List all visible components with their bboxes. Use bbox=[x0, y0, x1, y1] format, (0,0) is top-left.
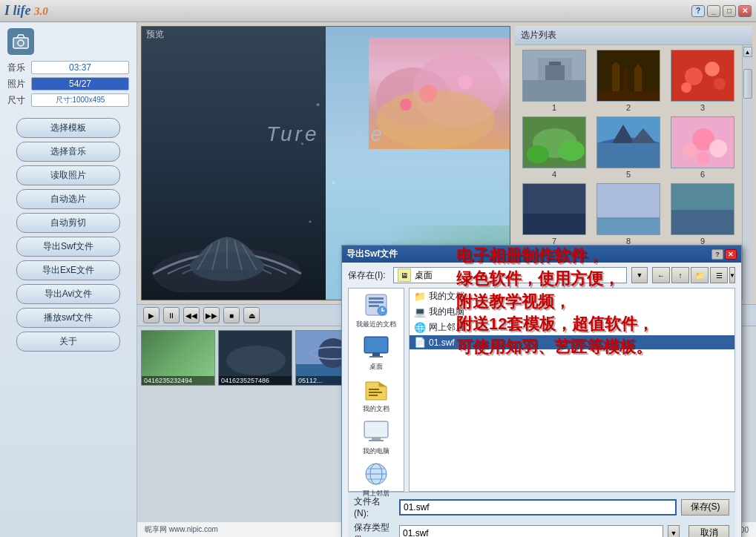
my-computer-icon bbox=[363, 418, 389, 445]
recent-docs-label: 我最近的文档 bbox=[356, 320, 396, 329]
svg-point-52 bbox=[226, 346, 286, 375]
rewind-button[interactable]: ◀◀ bbox=[183, 307, 200, 323]
pause-button[interactable]: ⏸ bbox=[163, 307, 180, 323]
svg-rect-80 bbox=[369, 440, 384, 441]
minimize-button[interactable]: _ bbox=[707, 5, 720, 17]
about-button[interactable]: 关于 bbox=[16, 332, 120, 352]
svg-rect-0 bbox=[13, 38, 28, 48]
dialog-body: 保存在(I): 🖥 桌面 ▼ ← ↑ 📁 ☰ ▼ bbox=[342, 263, 741, 537]
dialog-toolbar: ← ↑ 📁 ☰ ▼ bbox=[652, 267, 735, 283]
path-dropdown-button[interactable]: ▼ bbox=[631, 267, 648, 283]
maximize-button[interactable]: □ bbox=[723, 5, 736, 17]
photo-num-5: 5 bbox=[626, 170, 631, 179]
svg-rect-66 bbox=[369, 297, 384, 300]
eject-button[interactable]: ⏏ bbox=[243, 307, 260, 323]
list-item[interactable]: 🌐 网上邻居 bbox=[410, 320, 734, 335]
forward-button[interactable]: ▶▶ bbox=[203, 307, 220, 323]
scrollbar-thumb[interactable] bbox=[743, 69, 752, 99]
list-item[interactable]: 1 bbox=[519, 50, 589, 112]
list-item[interactable]: 💻 我的电脑 bbox=[410, 304, 734, 320]
auto-select-button[interactable]: 自动选片 bbox=[16, 189, 120, 209]
tree-item-label: 网上邻居 bbox=[429, 321, 464, 334]
auto-cut-button[interactable]: 自动剪切 bbox=[16, 213, 120, 233]
list-item[interactable]: 📁 我的文档 bbox=[410, 289, 734, 304]
list-item[interactable]: 0416235257486 bbox=[218, 330, 292, 386]
svg-point-28 bbox=[705, 62, 720, 76]
svg-point-30 bbox=[681, 82, 691, 93]
list-item[interactable]: 3 bbox=[668, 50, 737, 112]
svg-point-6 bbox=[458, 75, 473, 90]
photo-thumb-4 bbox=[522, 116, 586, 168]
svg-rect-72 bbox=[372, 353, 380, 356]
tree-item-label: 我的文档 bbox=[429, 290, 464, 303]
swf-file-icon: 📄 bbox=[414, 337, 426, 348]
photo-num-4: 4 bbox=[552, 170, 556, 179]
svg-rect-50 bbox=[671, 184, 734, 210]
file-entry[interactable]: 📄 01.swf bbox=[410, 335, 734, 349]
recent-docs-icon bbox=[363, 291, 389, 318]
view-button[interactable]: ☰ bbox=[710, 267, 728, 283]
play-swf-button[interactable]: 播放swf文件 bbox=[16, 308, 120, 328]
export-swf-button[interactable]: 导出Swf文件 bbox=[16, 237, 120, 257]
list-item[interactable]: 5 bbox=[594, 116, 663, 179]
file-pane: 我最近的文档 桌面 bbox=[348, 288, 735, 492]
export-exe-button[interactable]: 导出ExE文件 bbox=[16, 260, 120, 280]
desktop-shortcut[interactable]: 桌面 bbox=[363, 334, 389, 372]
stop-button[interactable]: ■ bbox=[223, 307, 240, 323]
photo-num-2: 2 bbox=[626, 103, 631, 112]
my-computer-shortcut[interactable]: 我的电脑 bbox=[363, 418, 389, 456]
my-docs-icon bbox=[363, 376, 389, 403]
desktop-icon bbox=[363, 334, 389, 360]
list-item[interactable]: 0416235232494 bbox=[141, 330, 215, 386]
photo-num-6: 6 bbox=[700, 170, 705, 179]
svg-rect-68 bbox=[369, 305, 379, 307]
network-shortcut[interactable]: 网上邻居 bbox=[363, 461, 389, 498]
play-button[interactable]: ▶ bbox=[143, 307, 160, 323]
music-value: 03:37 bbox=[31, 61, 129, 74]
svg-rect-71 bbox=[365, 337, 387, 352]
dialog-help-button[interactable]: ? bbox=[711, 249, 723, 260]
recent-docs-shortcut[interactable]: 我最近的文档 bbox=[356, 291, 396, 329]
svg-point-43 bbox=[697, 152, 709, 164]
scroll-up-button[interactable]: ▲ bbox=[743, 47, 752, 57]
cancel-button[interactable]: 取消 bbox=[688, 525, 729, 538]
title-bar: I life 3.0 ? _ □ ✕ bbox=[0, 0, 756, 22]
export-avi-button[interactable]: 导出Avi文件 bbox=[16, 284, 120, 304]
svg-rect-74 bbox=[369, 389, 379, 390]
choose-template-button[interactable]: 选择模板 bbox=[16, 118, 120, 138]
filetype-dropdown-button[interactable]: ▼ bbox=[668, 525, 680, 538]
list-item[interactable]: 7 bbox=[519, 183, 589, 246]
filetype-select[interactable]: 01.swf bbox=[399, 525, 663, 538]
close-button[interactable]: ✕ bbox=[738, 5, 752, 17]
save-button[interactable]: 保存(S) bbox=[681, 499, 729, 515]
photo-list-scrollbar[interactable]: ▲ bbox=[742, 45, 752, 300]
my-docs-shortcut[interactable]: 我的文档 bbox=[363, 376, 389, 414]
size-row: 尺寸 尺寸:1000x495 bbox=[7, 93, 129, 107]
export-swf-dialog: 导出Swf文件 ? ✕ 保存在(I): 🖥 桌面 ▼ ← ↑ 📁 ☰ bbox=[341, 245, 742, 537]
photo-num-3: 3 bbox=[700, 103, 705, 112]
back-button[interactable]: ← bbox=[652, 267, 670, 283]
dialog-close-button[interactable]: ✕ bbox=[725, 249, 737, 260]
filename-input[interactable] bbox=[399, 499, 677, 515]
photo-thumb-5 bbox=[596, 116, 660, 168]
list-item[interactable]: 6 bbox=[668, 116, 737, 179]
choose-music-button[interactable]: 选择音乐 bbox=[16, 142, 120, 162]
photo-row: 照片 54/27 bbox=[7, 77, 129, 90]
svg-rect-67 bbox=[369, 301, 384, 303]
svg-rect-75 bbox=[369, 392, 382, 393]
photo-value: 54/27 bbox=[31, 77, 129, 90]
list-item[interactable]: 4 bbox=[519, 116, 589, 179]
list-item[interactable]: 2 bbox=[594, 50, 663, 112]
new-folder-button[interactable]: 📁 bbox=[691, 267, 709, 283]
save-path-box[interactable]: 🖥 桌面 bbox=[393, 267, 627, 283]
help-button[interactable]: ? bbox=[691, 5, 705, 17]
view-dropdown-button[interactable]: ▼ bbox=[729, 267, 735, 283]
logo-version: 3.0 bbox=[34, 5, 48, 17]
dialog-controls: ? ✕ bbox=[711, 249, 737, 260]
read-photos-button[interactable]: 读取照片 bbox=[16, 165, 120, 185]
list-item[interactable]: 9 bbox=[668, 183, 737, 246]
list-item[interactable]: 8 bbox=[594, 183, 663, 246]
photo-thumb-8 bbox=[596, 183, 660, 235]
up-button[interactable]: ↑ bbox=[671, 267, 689, 283]
save-in-value: 桌面 bbox=[415, 269, 433, 282]
